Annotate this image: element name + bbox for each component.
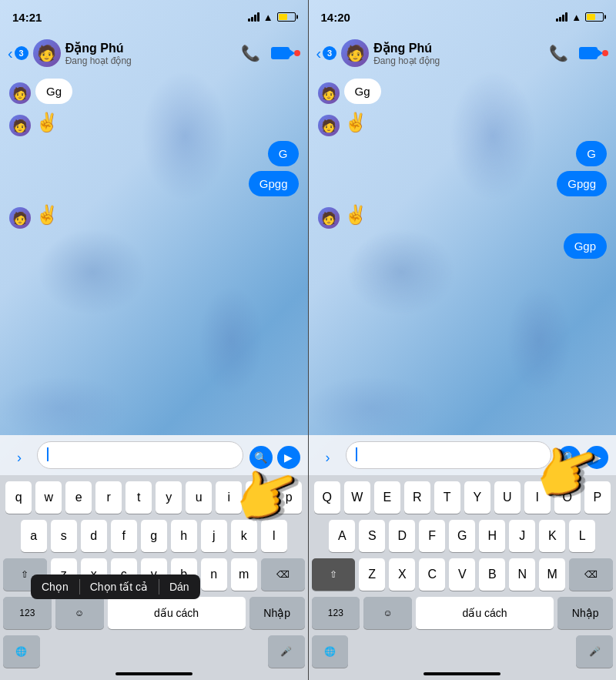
keyboard-row-2-right: A S D F G H J K L [312, 520, 614, 552]
key-S[interactable]: S [359, 520, 385, 552]
key-space-right[interactable]: dấu cách [416, 597, 554, 629]
key-space-left[interactable]: dấu cách [108, 597, 246, 629]
video-button-right[interactable] [579, 47, 608, 59]
key-F[interactable]: F [419, 520, 445, 552]
key-G[interactable]: G [449, 520, 475, 552]
key-return-left[interactable]: Nhập [249, 597, 305, 629]
status-icons-left: ▲ [248, 12, 296, 23]
sticker-button-right[interactable]: 🔍 [557, 446, 581, 469]
key-return-right[interactable]: Nhập [557, 597, 613, 629]
key-E[interactable]: E [374, 481, 400, 514]
key-e[interactable]: e [65, 481, 92, 514]
key-mic-left[interactable]: 🎤 [268, 635, 305, 668]
key-w[interactable]: w [35, 481, 62, 514]
key-k[interactable]: k [231, 520, 257, 552]
key-t[interactable]: t [126, 481, 152, 514]
key-globe-right[interactable]: 🌐 [312, 635, 349, 668]
key-Y[interactable]: Y [464, 481, 490, 514]
key-J[interactable]: J [509, 520, 535, 552]
contact-status-left: Đang hoạt động [65, 55, 236, 66]
back-button-left[interactable]: ‹ 3 [8, 45, 28, 61]
send-button-left[interactable]: ▶ [277, 446, 300, 469]
key-n[interactable]: n [201, 558, 227, 591]
key-A[interactable]: A [329, 520, 355, 552]
phone-icon-left[interactable]: 📞 [241, 44, 260, 62]
key-u[interactable]: u [186, 481, 212, 514]
key-h[interactable]: h [171, 520, 197, 552]
msg-row-1: 🧑 Gg [9, 79, 299, 104]
key-L[interactable]: L [569, 520, 595, 552]
msg-bubble-r4: Gpgg [557, 171, 607, 196]
key-o[interactable]: o [246, 481, 272, 514]
contact-name-left: Đặng Phú [65, 41, 236, 55]
text-input-right[interactable] [346, 441, 552, 469]
key-T[interactable]: T [434, 481, 460, 514]
sticker-button-left[interactable]: 🔍 [249, 446, 273, 469]
key-i[interactable]: i [216, 481, 242, 514]
back-chevron-icon: ‹ [8, 45, 13, 61]
key-K[interactable]: K [539, 520, 565, 552]
msg-avatar-r1: 🧑 [318, 82, 340, 104]
msg-bubble-2: ✌️ [35, 109, 59, 136]
key-g[interactable]: g [141, 520, 167, 552]
context-item-chon-tat-ca[interactable]: Chọn tất cả [79, 574, 159, 599]
key-C[interactable]: C [419, 558, 445, 591]
key-123-right[interactable]: 123 [312, 597, 360, 629]
context-item-chon[interactable]: Chọn [31, 574, 79, 599]
key-y[interactable]: y [156, 481, 182, 514]
phone-icon-right[interactable]: 📞 [549, 44, 568, 62]
key-p[interactable]: p [276, 481, 302, 514]
key-D[interactable]: D [389, 520, 415, 552]
context-menu: Chọn Chọn tất cả Dán [31, 574, 200, 599]
key-Q[interactable]: Q [314, 481, 340, 514]
msg-bubble-r2: ✌️ [344, 109, 367, 136]
key-j[interactable]: j [201, 520, 227, 552]
msg-avatar-1: 🧑 [9, 82, 31, 104]
key-W[interactable]: W [344, 481, 370, 514]
key-shift-right[interactable]: ⇧ [312, 558, 356, 591]
back-button-right[interactable]: ‹ 3 [316, 45, 337, 61]
expand-button-left[interactable]: › [8, 446, 31, 469]
expand-button-right[interactable]: › [316, 446, 340, 469]
key-P[interactable]: P [584, 481, 611, 514]
key-O[interactable]: O [554, 481, 581, 514]
status-bar-left: 14:21 ▲ [0, 0, 308, 34]
key-emoji-left[interactable]: ☺ [55, 597, 104, 629]
keyboard-row-1-right: Q W E R T Y U I O P [312, 481, 614, 514]
key-123-left[interactable]: 123 [3, 597, 52, 629]
msg-row-r6: Ggp [318, 233, 608, 259]
context-item-dan[interactable]: Dán [159, 574, 200, 599]
key-Z[interactable]: Z [359, 558, 385, 591]
header-actions-right: 📞 [549, 44, 608, 62]
key-R[interactable]: R [404, 481, 430, 514]
text-input-left[interactable] [37, 441, 243, 469]
video-button-left[interactable] [271, 47, 300, 59]
key-delete-right[interactable]: ⌫ [569, 558, 613, 591]
key-m[interactable]: m [231, 558, 257, 591]
key-emoji-right[interactable]: ☺ [363, 597, 412, 629]
key-a[interactable]: a [21, 520, 47, 552]
key-s[interactable]: s [51, 520, 77, 552]
key-globe-left[interactable]: 🌐 [3, 635, 40, 668]
key-delete-left[interactable]: ⌫ [261, 558, 305, 591]
key-H[interactable]: H [479, 520, 505, 552]
key-M[interactable]: M [539, 558, 565, 591]
key-f[interactable]: f [111, 520, 137, 552]
key-r[interactable]: r [95, 481, 122, 514]
key-U[interactable]: U [494, 481, 521, 514]
send-button-right[interactable]: ▶ [585, 446, 608, 469]
contact-name-right: Đặng Phú [373, 41, 544, 55]
key-X[interactable]: X [389, 558, 415, 591]
key-q[interactable]: q [5, 481, 32, 514]
input-area-left: › 🔍 ▶ [0, 435, 308, 475]
key-d[interactable]: d [81, 520, 107, 552]
msg-row-r2: 🧑 ✌️ [318, 109, 608, 136]
key-V[interactable]: V [449, 558, 475, 591]
msg-row-r4: Gpgg [318, 171, 608, 196]
key-N[interactable]: N [509, 558, 535, 591]
key-I[interactable]: I [524, 481, 551, 514]
battery-icon [277, 12, 296, 22]
key-mic-right[interactable]: 🎤 [576, 635, 613, 668]
key-B[interactable]: B [479, 558, 505, 591]
key-l[interactable]: l [261, 520, 287, 552]
